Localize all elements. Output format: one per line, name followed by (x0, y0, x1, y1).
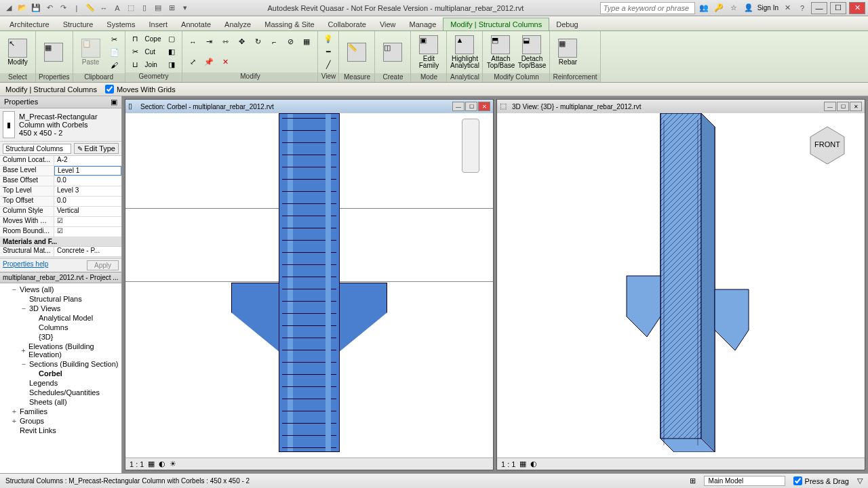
match-button[interactable]: 🖌 (107, 59, 122, 71)
tree-item[interactable]: {3D} (1, 332, 120, 342)
split-button[interactable]: ⊘ (283, 36, 298, 48)
cut-geom-button[interactable]: ✂ (128, 46, 143, 58)
subscription-icon[interactable]: 👥 (698, 2, 710, 14)
section-view-canvas[interactable] (125, 113, 493, 458)
tab-insert[interactable]: Insert (142, 18, 175, 30)
column-3d-graphic[interactable] (586, 113, 776, 452)
press-drag-checkbox[interactable]: Press & Drag (793, 476, 849, 485)
modify-button[interactable]: ↖Modify (3, 33, 33, 72)
attach-button[interactable]: ⬒Attach Top/Base (486, 33, 515, 72)
geom1-button[interactable]: ▢ (164, 33, 179, 45)
tab-debug[interactable]: Debug (549, 18, 585, 30)
worksets-icon[interactable]: ⊞ (690, 476, 696, 485)
measure-icon[interactable]: 📏 (84, 2, 96, 14)
join-button[interactable]: ⊔ (128, 59, 143, 71)
tab-annotate[interactable]: Annotate (174, 18, 218, 30)
view-close-button[interactable]: ✕ (850, 102, 862, 111)
property-row[interactable]: Top Offset0.0 (0, 197, 121, 207)
tree-item[interactable]: Analytical Model (1, 313, 120, 323)
search-input[interactable] (600, 2, 695, 14)
property-row[interactable]: Top LevelLevel 3 (0, 186, 121, 197)
help-icon[interactable]: ? (796, 2, 808, 14)
exchange-icon[interactable]: ✕ (781, 2, 793, 14)
detach-button[interactable]: ⬓Detach Top/Base (517, 33, 547, 72)
tree-item[interactable]: −Sections (Building Section) (1, 359, 120, 369)
open-icon[interactable]: 📂 (16, 2, 28, 14)
align-button[interactable]: ↔ (185, 36, 200, 48)
rotate-button[interactable]: ↻ (250, 36, 265, 48)
switch-icon[interactable]: ⊞ (165, 2, 178, 14)
section-view-titlebar[interactable]: ▯ Section: Corbel - multiplanar_rebar_20… (125, 100, 493, 113)
move-button[interactable]: ✥ (234, 36, 249, 48)
moves-with-grids-checkbox[interactable]: Moves With Grids (105, 85, 176, 94)
apply-button[interactable]: Apply (87, 260, 119, 270)
view3-button[interactable]: ╱ (321, 59, 336, 71)
3d-view-titlebar[interactable]: ⬚ 3D View: {3D} - multiplanar_rebar_2012… (497, 100, 865, 113)
category-selector[interactable]: Structural Columns (3, 144, 71, 154)
sheet-icon[interactable]: ▤ (152, 2, 164, 14)
minimize-button[interactable]: — (811, 2, 827, 14)
key-icon[interactable]: 🔑 (713, 2, 725, 14)
view-detail-icon[interactable]: ▦ (148, 460, 155, 468)
tree-item[interactable]: Legends (1, 378, 120, 388)
trim-button[interactable]: ⌐ (267, 36, 281, 48)
view-scale[interactable]: 1 : 1 (130, 460, 144, 468)
property-row[interactable]: Column Locat...A-2 (0, 156, 121, 166)
filter-icon[interactable]: ▽ (857, 476, 863, 485)
tab-structure[interactable]: Structure (56, 18, 100, 30)
close-icon[interactable]: ▣ (111, 98, 117, 106)
more-icon[interactable]: ▾ (179, 2, 191, 14)
property-row[interactable]: Room Boundi...☑ (0, 227, 121, 237)
rebar-button[interactable]: ▦Rebar (553, 33, 583, 72)
view-max-button[interactable]: ☐ (465, 102, 477, 111)
close-button[interactable]: ✕ (849, 2, 865, 14)
tree-item[interactable]: Columns (1, 323, 120, 332)
geom3-button[interactable]: ◨ (164, 59, 179, 71)
copy-button[interactable]: 📄 (107, 46, 122, 58)
tree-item[interactable]: −3D Views (1, 304, 120, 313)
user-icon[interactable]: 👤 (743, 2, 755, 14)
measure-button[interactable]: 📏 (342, 33, 372, 72)
align-icon[interactable]: ↔ (98, 2, 110, 14)
favorite-icon[interactable]: ☆ (728, 2, 740, 14)
cut-button[interactable]: ✂ (107, 33, 122, 45)
view-min-button[interactable]: — (452, 102, 465, 111)
edit-family-button[interactable]: ▣Edit Family (414, 33, 443, 72)
tree-item[interactable]: +Elevations (Building Elevation) (1, 342, 120, 359)
geom2-button[interactable]: ◧ (164, 46, 179, 58)
tab-architecture[interactable]: Architecture (3, 18, 56, 30)
save-icon[interactable]: 💾 (30, 2, 42, 14)
tab-massing[interactable]: Massing & Site (258, 18, 321, 30)
view-cube[interactable]: FRONT (804, 120, 851, 167)
tab-manage[interactable]: Manage (403, 18, 443, 30)
navigation-bar[interactable] (462, 119, 479, 173)
mirror-button[interactable]: ⇿ (218, 36, 233, 48)
view-style-icon[interactable]: ◐ (530, 460, 537, 468)
tree-item[interactable]: +Groups (1, 416, 120, 426)
workset-selector[interactable]: Main Model (704, 476, 785, 486)
offset-button[interactable]: ⇥ (201, 36, 216, 48)
3d-view-canvas[interactable]: FRONT (497, 113, 865, 458)
tree-item[interactable]: Structural Plans (1, 294, 120, 304)
tree-item[interactable]: −Views (all) (1, 285, 120, 294)
view-shadows-icon[interactable]: ☀ (170, 460, 176, 468)
undo-icon[interactable]: ↶ (43, 2, 56, 14)
cope-button[interactable]: ⊓ (128, 33, 143, 45)
property-row[interactable]: Base LevelLevel 1 (0, 166, 121, 176)
tree-item[interactable]: Schedules/Quantities (1, 388, 120, 397)
sign-in-link[interactable]: Sign In (757, 4, 778, 12)
3d-icon[interactable]: ⬚ (125, 2, 137, 14)
tab-analyze[interactable]: Analyze (218, 18, 258, 30)
tab-collaborate[interactable]: Collaborate (321, 18, 373, 30)
scale-button[interactable]: ⤢ (185, 56, 200, 68)
edit-type-button[interactable]: ✎ Edit Type (74, 143, 119, 154)
app-menu-button[interactable]: ◢ (3, 2, 15, 14)
properties-button[interactable]: ▦ (39, 33, 68, 72)
tab-systems[interactable]: Systems (100, 18, 142, 30)
property-row[interactable]: Moves With G...☑ (0, 217, 121, 227)
create-button[interactable]: ◫ (378, 33, 408, 72)
properties-help-link[interactable]: Properties help (3, 260, 48, 270)
delete-button[interactable]: ✕ (218, 56, 233, 68)
view-detail-icon[interactable]: ▦ (519, 460, 526, 468)
property-row[interactable]: Base Offset0.0 (0, 176, 121, 186)
